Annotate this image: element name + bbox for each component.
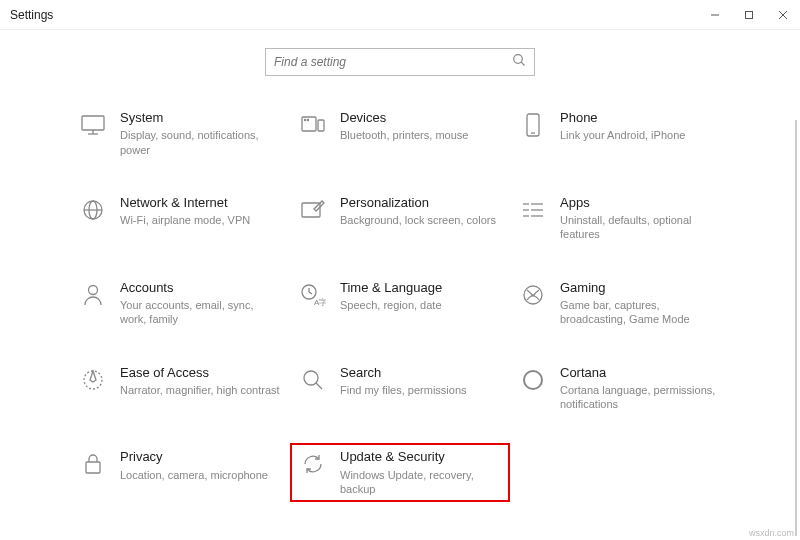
window-title: Settings — [10, 8, 53, 22]
tile-desc: Bluetooth, printers, mouse — [340, 128, 468, 142]
cortana-icon — [518, 365, 548, 395]
titlebar: Settings — [0, 0, 800, 30]
scrollbar[interactable] — [795, 120, 797, 536]
search-icon — [512, 53, 526, 71]
lock-icon — [78, 449, 108, 479]
tile-title: Cortana — [560, 365, 720, 381]
paint-icon — [298, 195, 328, 225]
svg-line-28 — [309, 292, 312, 294]
search-input[interactable] — [274, 55, 512, 69]
settings-grid: System Display, sound, notifications, po… — [0, 104, 800, 502]
globe-icon — [78, 195, 108, 225]
tile-title: Apps — [560, 195, 720, 211]
time-language-icon: A字 — [298, 280, 328, 310]
maximize-icon — [744, 10, 754, 20]
minimize-button[interactable] — [698, 0, 732, 30]
tile-title: Gaming — [560, 280, 720, 296]
tile-phone[interactable]: Phone Link your Android, iPhone — [510, 104, 730, 163]
window-controls — [698, 0, 800, 30]
svg-rect-35 — [86, 462, 100, 473]
tile-desc: Your accounts, email, sync, work, family — [120, 298, 280, 327]
maximize-button[interactable] — [732, 0, 766, 30]
svg-rect-10 — [318, 120, 324, 131]
person-icon — [78, 280, 108, 310]
magnifier-icon — [298, 365, 328, 395]
tile-title: Network & Internet — [120, 195, 250, 211]
watermark: wsxdn.com — [749, 528, 794, 538]
tile-system[interactable]: System Display, sound, notifications, po… — [70, 104, 290, 163]
svg-line-5 — [521, 62, 524, 65]
tile-title: Privacy — [120, 449, 268, 465]
svg-point-12 — [307, 119, 308, 120]
tile-privacy[interactable]: Privacy Location, camera, microphone — [70, 443, 290, 502]
system-icon — [78, 110, 108, 140]
tile-desc: Windows Update, recovery, backup — [340, 468, 500, 497]
tile-title: Phone — [560, 110, 685, 126]
tile-title: Personalization — [340, 195, 496, 211]
close-icon — [778, 10, 788, 20]
tile-title: System — [120, 110, 280, 126]
tile-title: Devices — [340, 110, 468, 126]
tile-time-language[interactable]: A字 Time & Language Speech, region, date — [290, 274, 510, 333]
svg-rect-9 — [302, 117, 316, 131]
search-row — [0, 30, 800, 104]
tile-search[interactable]: Search Find my files, permissions — [290, 359, 510, 418]
tile-title: Search — [340, 365, 467, 381]
tile-desc: Location, camera, microphone — [120, 468, 268, 482]
tile-devices[interactable]: Devices Bluetooth, printers, mouse — [290, 104, 510, 163]
tile-update-security[interactable]: Update & Security Windows Update, recove… — [290, 443, 510, 502]
phone-icon — [518, 110, 548, 140]
close-button[interactable] — [766, 0, 800, 30]
svg-line-33 — [316, 383, 322, 389]
tile-desc: Link your Android, iPhone — [560, 128, 685, 142]
svg-point-34 — [524, 371, 542, 389]
tile-title: Ease of Access — [120, 365, 280, 381]
apps-icon — [518, 195, 548, 225]
tile-desc: Cortana language, permissions, notificat… — [560, 383, 720, 412]
tile-personalization[interactable]: Personalization Background, lock screen,… — [290, 189, 510, 248]
svg-point-32 — [304, 371, 318, 385]
tile-title: Update & Security — [340, 449, 500, 465]
tile-cortana[interactable]: Cortana Cortana language, permissions, n… — [510, 359, 730, 418]
tile-desc: Background, lock screen, colors — [340, 213, 496, 227]
tile-desc: Speech, region, date — [340, 298, 442, 312]
tile-desc: Display, sound, notifications, power — [120, 128, 280, 157]
tile-ease-of-access[interactable]: Ease of Access Narrator, magnifier, high… — [70, 359, 290, 418]
svg-point-4 — [514, 55, 523, 64]
tile-title: Accounts — [120, 280, 280, 296]
minimize-icon — [710, 10, 720, 20]
tile-gaming[interactable]: Gaming Game bar, captures, broadcasting,… — [510, 274, 730, 333]
tile-accounts[interactable]: Accounts Your accounts, email, sync, wor… — [70, 274, 290, 333]
tile-desc: Narrator, magnifier, high contrast — [120, 383, 280, 397]
tile-desc: Find my files, permissions — [340, 383, 467, 397]
search-box[interactable] — [265, 48, 535, 76]
xbox-icon — [518, 280, 548, 310]
tile-desc: Wi-Fi, airplane mode, VPN — [120, 213, 250, 227]
tile-desc: Game bar, captures, broadcasting, Game M… — [560, 298, 720, 327]
devices-icon — [298, 110, 328, 140]
svg-point-11 — [304, 119, 305, 120]
ease-icon — [78, 365, 108, 395]
svg-rect-6 — [82, 116, 104, 130]
svg-text:A字: A字 — [314, 298, 326, 307]
tile-desc: Uninstall, defaults, optional features — [560, 213, 720, 242]
tile-title: Time & Language — [340, 280, 442, 296]
tile-apps[interactable]: Apps Uninstall, defaults, optional featu… — [510, 189, 730, 248]
svg-rect-1 — [746, 11, 753, 18]
svg-point-25 — [89, 285, 98, 294]
tile-network[interactable]: Network & Internet Wi-Fi, airplane mode,… — [70, 189, 290, 248]
svg-point-31 — [84, 371, 102, 389]
update-icon — [298, 449, 328, 479]
